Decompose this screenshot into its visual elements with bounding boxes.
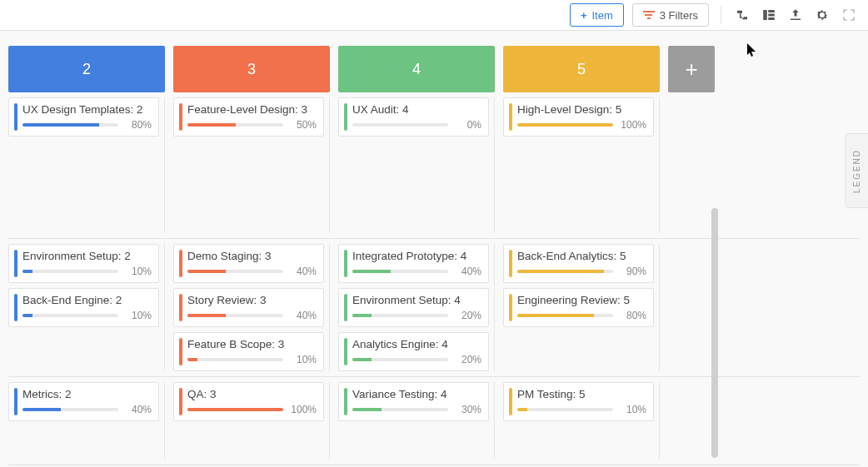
column-header-2[interactable]: 2	[8, 46, 165, 92]
card[interactable]: QA: 3100%	[173, 382, 324, 421]
progress-bar	[352, 270, 448, 273]
card[interactable]: UX Audit: 40%	[338, 97, 489, 137]
card-stripe	[344, 388, 347, 415]
card[interactable]: PM Testing: 510%	[503, 382, 654, 421]
progress-bar	[187, 314, 283, 317]
card-stripe	[14, 294, 17, 321]
legend-label: LEGEND	[852, 148, 861, 192]
card-stripe	[14, 388, 17, 415]
progress-percent: 100%	[618, 119, 646, 131]
board-cell: Environment Setup: 210%Back-End Engine: …	[8, 244, 165, 371]
add-item-button[interactable]: + Item	[570, 3, 624, 27]
card-title: Environment Setup: 4	[352, 294, 481, 306]
board-cell: Metrics: 240%	[8, 382, 165, 460]
progress-bar	[22, 408, 118, 411]
add-column-button[interactable]: +	[668, 46, 715, 92]
card-title: UX Design Templates: 2	[22, 103, 152, 116]
card-stripe	[509, 294, 512, 321]
card-stripe	[179, 294, 182, 321]
progress-bar	[352, 358, 448, 361]
card-stripe	[14, 103, 17, 131]
layout-icon[interactable]	[760, 6, 778, 24]
fullscreen-icon[interactable]	[840, 6, 858, 24]
card[interactable]: Metrics: 240%	[8, 382, 159, 421]
card-title: Feature B Scope: 3	[187, 338, 317, 350]
card-title: Demo Staging: 3	[187, 250, 317, 262]
progress-percent: 90%	[618, 266, 646, 277]
board-row: UX Design Templates: 280%Feature-Level D…	[8, 97, 860, 239]
progress-percent: 40%	[288, 310, 317, 321]
column-header-3[interactable]: 3	[173, 46, 330, 92]
card[interactable]: Back-End Engine: 210%	[8, 288, 159, 327]
card-stripe	[344, 338, 347, 365]
board-row: Metrics: 240%QA: 3100%Variance Testing: …	[8, 382, 860, 465]
card-stripe	[509, 250, 512, 277]
progress-bar	[187, 270, 283, 273]
board-cell: Integrated Prototype: 440%Environment Se…	[338, 244, 495, 371]
progress-bar	[517, 123, 613, 127]
card-title: High-Level Design: 5	[517, 103, 646, 116]
legend-tab[interactable]: LEGEND	[845, 133, 868, 208]
link-icon[interactable]	[733, 6, 751, 24]
card-stripe	[509, 388, 512, 415]
progress-percent: 80%	[123, 119, 152, 131]
card[interactable]: Back-End Analytics: 590%	[503, 244, 654, 283]
card[interactable]: High-Level Design: 5100%	[503, 97, 654, 137]
card-title: Back-End Analytics: 5	[517, 250, 646, 262]
filters-label: 3 Filters	[660, 9, 698, 22]
card-title: Variance Testing: 4	[352, 388, 481, 400]
progress-percent: 50%	[288, 119, 317, 131]
card[interactable]: Demo Staging: 340%	[173, 244, 324, 283]
board-cell: Feature-Level Design: 350%	[173, 97, 330, 233]
progress-bar	[187, 123, 283, 127]
progress-percent: 20%	[453, 354, 481, 365]
card-stripe	[179, 250, 182, 277]
card-title: PM Testing: 5	[517, 388, 646, 400]
card-stripe	[179, 338, 182, 365]
progress-percent: 40%	[453, 266, 481, 277]
board-cell: Demo Staging: 340%Story Review: 340%Feat…	[173, 244, 330, 371]
vertical-scrollbar[interactable]	[711, 208, 718, 458]
upload-icon[interactable]	[786, 6, 805, 24]
board: 2345 +	[0, 31, 868, 92]
card-title: Engineering Review: 5	[517, 294, 646, 306]
progress-percent: 10%	[288, 354, 317, 365]
progress-bar	[517, 314, 613, 317]
card[interactable]: Integrated Prototype: 440%	[338, 244, 489, 283]
card-title: QA: 3	[187, 388, 317, 400]
progress-percent: 10%	[123, 310, 152, 321]
gear-icon[interactable]	[813, 6, 831, 24]
board-cell: UX Audit: 40%	[338, 97, 495, 233]
filters-button[interactable]: 3 Filters	[632, 3, 709, 27]
card-stripe	[179, 388, 182, 415]
card[interactable]: Story Review: 340%	[173, 288, 324, 327]
column-header-4[interactable]: 4	[338, 46, 495, 92]
progress-bar	[517, 270, 613, 273]
card[interactable]: Analytics Engine: 420%	[338, 332, 489, 371]
card[interactable]: Feature-Level Design: 350%	[173, 97, 324, 137]
board-cell: Back-End Analytics: 590%Engineering Revi…	[503, 244, 660, 371]
progress-percent: 100%	[288, 404, 317, 415]
board-cell: QA: 3100%	[173, 382, 330, 460]
filter-icon	[643, 11, 655, 19]
progress-bar	[517, 408, 613, 411]
add-item-label: Item	[591, 9, 612, 22]
card-stripe	[344, 103, 347, 131]
card-stripe	[509, 103, 512, 131]
card[interactable]: UX Design Templates: 280%	[8, 97, 159, 137]
column-header-5[interactable]: 5	[503, 46, 660, 92]
toolbar-divider	[721, 6, 721, 24]
card-stripe	[14, 250, 17, 277]
progress-bar	[352, 314, 448, 317]
card[interactable]: Feature B Scope: 310%	[173, 332, 324, 371]
card[interactable]: Variance Testing: 430%	[338, 382, 489, 421]
progress-percent: 20%	[453, 310, 481, 321]
card-title: Environment Setup: 2	[22, 250, 152, 262]
card[interactable]: Environment Setup: 210%	[8, 244, 159, 283]
card[interactable]: Engineering Review: 580%	[503, 288, 654, 327]
progress-percent: 30%	[453, 404, 481, 415]
toolbar: + Item 3 Filters	[0, 0, 868, 31]
progress-percent: 10%	[618, 404, 646, 415]
card[interactable]: Environment Setup: 420%	[338, 288, 489, 327]
progress-percent: 40%	[288, 266, 317, 277]
